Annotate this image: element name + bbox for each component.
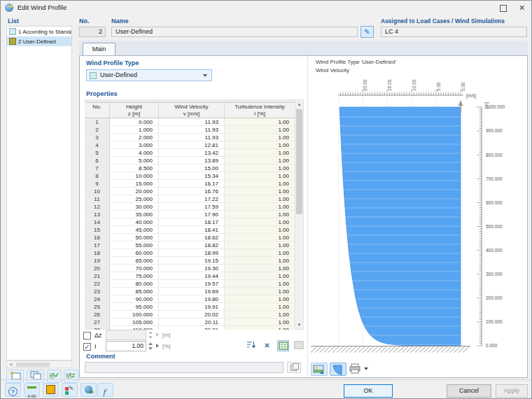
table-cell[interactable]: 1.00: [225, 265, 295, 272]
table-cell[interactable]: 18.17: [159, 218, 225, 225]
table-cell[interactable]: 1.00: [225, 318, 295, 326]
table-cell[interactable]: 1.000: [110, 126, 159, 133]
apply-button[interactable]: Apply: [496, 384, 528, 398]
table-row[interactable]: 10.00011.931.00: [85, 118, 295, 126]
table-row[interactable]: 27105.00020.111.00: [85, 318, 295, 326]
table-cell[interactable]: 13.89: [159, 157, 225, 164]
color-scale-button[interactable]: [43, 383, 59, 397]
table-cell[interactable]: 17.22: [159, 195, 225, 202]
scroll-up-button[interactable]: ▲: [295, 100, 303, 108]
close-button[interactable]: ✕: [512, 1, 531, 15]
display-properties-button[interactable]: ✎: [62, 383, 78, 397]
table-cell[interactable]: 1.00: [225, 303, 295, 310]
formula-button[interactable]: f2: [97, 383, 113, 397]
table-row[interactable]: 1230.00017.591.00: [85, 203, 295, 211]
delta-z-spinner[interactable]: [148, 330, 154, 340]
table-cell[interactable]: 5.000: [110, 157, 159, 164]
list-horizontal-scrollbar[interactable]: <: [6, 360, 72, 368]
table-cell[interactable]: 40.000: [110, 218, 159, 225]
table-row[interactable]: 54.00013.421.00: [85, 149, 295, 157]
table-cell[interactable]: 85.000: [110, 288, 159, 295]
table-row[interactable]: 1755.00018.821.00: [85, 241, 295, 249]
quick-help-button[interactable]: ?: [5, 383, 21, 397]
check-all-button[interactable]: [47, 370, 62, 383]
table-cell[interactable]: 15.000: [110, 180, 159, 187]
table-cell[interactable]: 30.000: [110, 203, 159, 210]
table-cell[interactable]: 18.62: [159, 234, 225, 241]
table-cell[interactable]: 1.00: [225, 180, 295, 187]
delta-z-checkbox[interactable]: [83, 332, 91, 340]
table-row[interactable]: 2280.00019.571.00: [85, 280, 295, 288]
table-cell[interactable]: 4.000: [110, 149, 159, 156]
table-cell[interactable]: 3.000: [110, 141, 159, 148]
table-cell[interactable]: 1.00: [225, 195, 295, 202]
table-row[interactable]: 43.00012.811.00: [85, 141, 295, 149]
table-cell[interactable]: 35.000: [110, 211, 159, 218]
table-cell[interactable]: 1.00: [225, 249, 295, 256]
table-cell[interactable]: 20.000: [110, 188, 159, 195]
table-row[interactable]: 1965.00019.151.00: [85, 257, 295, 265]
table-row[interactable]: 78.50015.001.00: [85, 164, 295, 172]
table-cell[interactable]: 19.57: [159, 280, 225, 287]
table-row[interactable]: 810.00015.341.00: [85, 172, 295, 180]
table-cell[interactable]: 17.90: [159, 211, 225, 218]
wind-profile-type-select[interactable]: User-Defined: [86, 69, 212, 81]
excel-export-button[interactable]: [293, 340, 304, 351]
fill-diagram-button[interactable]: [330, 363, 346, 376]
table-row[interactable]: 2595.00019.911.00: [85, 303, 295, 311]
table-cell[interactable]: 19.44: [159, 272, 225, 279]
print-button[interactable]: [349, 363, 372, 376]
titlebar[interactable]: Edit Wind Profile ✕: [1, 1, 531, 15]
table-cell[interactable]: 13.42: [159, 149, 225, 156]
table-cell[interactable]: 90.000: [110, 295, 159, 302]
table-cell[interactable]: 8.500: [110, 164, 159, 172]
rename-button[interactable]: ✎: [360, 26, 374, 38]
table-cell[interactable]: 19.30: [159, 265, 225, 272]
table-cell[interactable]: 1.00: [225, 241, 295, 248]
table-row[interactable]: 2490.00019.801.00: [85, 295, 295, 303]
turbulence-input[interactable]: 1.00: [106, 341, 146, 351]
table-cell[interactable]: 55.000: [110, 241, 159, 248]
table-cell[interactable]: 1.00: [225, 218, 295, 225]
swap-check-button[interactable]: [64, 370, 78, 383]
table-cell[interactable]: 75.000: [110, 272, 159, 279]
table-cell[interactable]: 1.00: [225, 157, 295, 164]
table-cell[interactable]: 2.000: [110, 134, 159, 141]
table-cell[interactable]: 19.15: [159, 257, 225, 264]
table-cell[interactable]: 95.000: [110, 303, 159, 310]
maximize-button[interactable]: [493, 1, 512, 15]
table-cell[interactable]: 1.00: [225, 326, 295, 330]
table-cell[interactable]: 1.00: [225, 118, 295, 125]
table-cell[interactable]: 1.00: [225, 311, 295, 318]
table-cell[interactable]: 18.82: [159, 241, 225, 248]
table-cell[interactable]: 1.00: [225, 203, 295, 210]
cancel-button[interactable]: Cancel: [447, 384, 491, 398]
table-cell[interactable]: 45.000: [110, 226, 159, 233]
language-button[interactable]: [80, 383, 97, 397]
excel-import-button[interactable]: [277, 340, 289, 351]
properties-table[interactable]: 10.00011.931.0021.00011.931.0032.00011.9…: [85, 118, 295, 330]
table-cell[interactable]: 1.00: [225, 280, 295, 287]
table-row[interactable]: 1440.00018.171.00: [85, 218, 295, 226]
table-row[interactable]: 1125.00017.221.00: [85, 195, 295, 203]
table-cell[interactable]: 11.93: [159, 126, 225, 133]
table-cell[interactable]: 20.21: [159, 326, 225, 330]
table-cell[interactable]: 12.81: [159, 141, 225, 148]
table-cell[interactable]: 19.80: [159, 295, 225, 302]
table-cell[interactable]: 16.76: [159, 188, 225, 195]
table-cell[interactable]: 1.00: [225, 134, 295, 141]
table-cell[interactable]: 10.000: [110, 172, 159, 179]
table-row[interactable]: 65.00013.891.00: [85, 157, 295, 164]
table-cell[interactable]: 60.000: [110, 249, 159, 256]
table-row[interactable]: 2385.00019.691.00: [85, 288, 295, 295]
turbulence-expand-button[interactable]: [156, 344, 159, 348]
tab-main[interactable]: Main: [83, 43, 115, 56]
scroll-left-button[interactable]: <: [8, 361, 15, 368]
table-cell[interactable]: 1.00: [225, 234, 295, 241]
table-cell[interactable]: 105.000: [110, 318, 159, 326]
table-cell[interactable]: 1.00: [225, 126, 295, 133]
table-cell[interactable]: 1.00: [225, 164, 295, 172]
table-row[interactable]: 2070.00019.301.00: [85, 265, 295, 272]
table-row[interactable]: 915.00016.171.00: [85, 180, 295, 188]
table-cell[interactable]: 65.000: [110, 257, 159, 264]
